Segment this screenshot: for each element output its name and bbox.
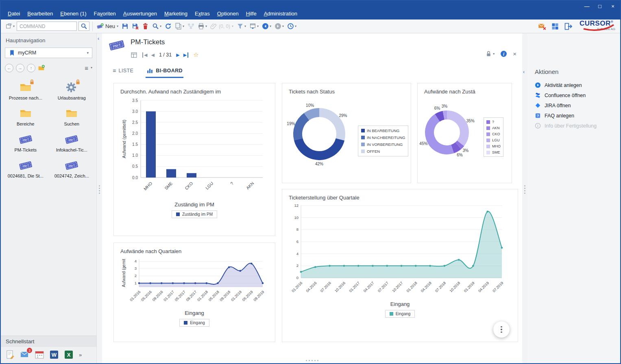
- excel-shortcut[interactable]: [63, 349, 74, 360]
- record-position: 1 / 31: [159, 52, 172, 58]
- splitter-grip[interactable]: [524, 185, 525, 194]
- menu-ebenen[interactable]: Ebenen (1): [57, 9, 90, 18]
- new-button[interactable]: Neu▾: [96, 21, 120, 32]
- left-splitter[interactable]: ‹: [97, 33, 102, 363]
- chevron-down-icon[interactable]: ▾: [270, 25, 271, 28]
- chevron-down-icon[interactable]: ▾: [160, 25, 161, 28]
- attachments-button[interactable]: (0, 0)▾: [209, 21, 235, 32]
- forward-button[interactable]: ▾: [273, 21, 285, 32]
- sidebar-tile-prozesse[interactable]: Prozesse nach...: [2, 81, 49, 100]
- svg-text:2.5: 2.5: [132, 120, 138, 125]
- copy-button[interactable]: ▾: [174, 21, 185, 32]
- nav-up-button[interactable]: ↑: [27, 64, 35, 72]
- sidebar-tile-infokachel[interactable]: Infokachel-Tic...: [49, 133, 95, 152]
- sidebar-tile-bereiche[interactable]: Bereiche: [2, 107, 49, 126]
- tab-liste[interactable]: ≡LISTE: [112, 67, 134, 78]
- delete-button[interactable]: [141, 21, 150, 32]
- previous-record-button[interactable]: ◀: [151, 52, 154, 58]
- schnellstart-header[interactable]: Schnellstart: [1, 336, 96, 347]
- close-view-icon[interactable]: ×: [513, 50, 516, 57]
- sidebar-tile-suchen[interactable]: Suchen: [49, 107, 95, 126]
- save-button[interactable]: [120, 21, 130, 32]
- more-actions-fab[interactable]: [493, 321, 510, 338]
- action-confluence-oeffnen[interactable]: Confluence öffnen: [527, 90, 620, 100]
- note-shortcut[interactable]: [5, 349, 15, 360]
- first-record-button[interactable]: ◀: [142, 52, 147, 58]
- chevron-down-icon[interactable]: ▾: [117, 25, 118, 28]
- nav-forward-button[interactable]: →: [16, 64, 24, 72]
- horizontal-splitter-grip[interactable]: [102, 358, 522, 363]
- send-mail-icon[interactable]: [538, 22, 546, 30]
- close-button[interactable]: ×: [606, 2, 619, 11]
- tab-bi-board[interactable]: BI-BOARD: [146, 67, 183, 78]
- svg-text:AKN: AKN: [245, 181, 255, 191]
- sidebar-tile-urlaubsantrag[interactable]: Urlaubsantrag: [49, 81, 95, 100]
- menu-favoriten[interactable]: Favoriten: [90, 9, 120, 18]
- back-button[interactable]: ▾: [261, 21, 272, 32]
- word-shortcut[interactable]: [49, 349, 59, 360]
- minimize-button[interactable]: —: [580, 2, 593, 11]
- search-edit-button[interactable]: ▾: [151, 21, 163, 32]
- sidebar-tile-0024681[interactable]: 0024681, Die St...: [2, 159, 49, 178]
- mail-shortcut[interactable]: 3: [20, 349, 30, 360]
- svg-text:12: 12: [294, 203, 299, 208]
- confluence-icon: [535, 92, 541, 98]
- collapse-left-icon[interactable]: ‹: [98, 36, 99, 41]
- svg-text:1.5: 1.5: [132, 142, 138, 147]
- x-axis-title: Zuständig im PM: [120, 202, 268, 208]
- right-splitter[interactable]: ‹: [522, 33, 527, 363]
- calendar-shortcut[interactable]: [34, 349, 45, 360]
- info-icon[interactable]: [500, 50, 507, 57]
- discard-button[interactable]: [131, 21, 140, 32]
- menu-administration[interactable]: Administration: [260, 9, 301, 18]
- maximize-button[interactable]: □: [593, 2, 606, 11]
- menu-marketing[interactable]: Marketing: [161, 9, 191, 18]
- chevron-down-icon[interactable]: ▾: [205, 25, 207, 28]
- favorite-star-icon[interactable]: ☆: [193, 51, 198, 58]
- filter-button[interactable]: ▾: [235, 21, 247, 32]
- open-window-button[interactable]: ▾: [248, 21, 260, 32]
- chevron-down-icon[interactable]: ▾: [87, 51, 89, 55]
- logout-icon[interactable]: [564, 22, 572, 30]
- window-select-button[interactable]: ▾: [4, 21, 16, 32]
- menu-bearbeiten[interactable]: Bearbeiten: [24, 9, 57, 18]
- chevron-down-icon[interactable]: ▾: [183, 25, 184, 28]
- chevron-down-icon[interactable]: ▾: [232, 25, 233, 28]
- last-record-button[interactable]: ▶: [183, 52, 188, 58]
- sidebar-tile-0024742[interactable]: 0024742, Zeich...: [49, 159, 95, 178]
- chevron-down-icon[interactable]: ▾: [13, 25, 15, 28]
- chevron-down-icon[interactable]: ▾: [257, 25, 259, 28]
- menu-hilfe[interactable]: Hilfe: [242, 9, 260, 18]
- hierarchy-button[interactable]: [186, 21, 196, 32]
- sidebar-menu-button[interactable]: ≡: [85, 65, 88, 72]
- collapse-actions-icon[interactable]: ‹: [523, 69, 525, 75]
- dashboard-grid-icon[interactable]: [551, 22, 559, 30]
- history-button[interactable]: ▾: [286, 21, 298, 32]
- sidebar-tile-pm-tickets[interactable]: PM-Tickets: [2, 133, 49, 152]
- command-input[interactable]: [17, 22, 77, 31]
- menu-datei[interactable]: Datei: [4, 9, 24, 18]
- new-folder-icon[interactable]: [38, 65, 45, 72]
- splitter-grip[interactable]: [99, 185, 100, 194]
- chevron-down-icon[interactable]: ▾: [282, 25, 284, 28]
- menu-extras[interactable]: Extras: [191, 9, 214, 18]
- more-icon[interactable]: »: [79, 352, 82, 358]
- menu-auswertungen[interactable]: Auswertungen: [120, 9, 161, 18]
- refresh-button[interactable]: [163, 21, 173, 32]
- board-icon[interactable]: [131, 52, 137, 58]
- lock-button[interactable]: ▾: [485, 50, 495, 57]
- next-record-button[interactable]: ▶: [176, 52, 179, 58]
- action-aktivitaet-anlegen[interactable]: Aktivität anlegen: [527, 80, 620, 90]
- action-jira-oeffnen[interactable]: JIRA öffnen: [527, 100, 620, 110]
- print-button[interactable]: ▾: [196, 21, 208, 32]
- menu-optionen[interactable]: Optionen: [214, 9, 242, 18]
- command-search-button[interactable]: [78, 22, 89, 31]
- chevron-down-icon[interactable]: ▾: [295, 25, 296, 28]
- action-faq-anlegen[interactable]: FAQ anlegen: [527, 110, 620, 121]
- workspace-select[interactable]: myCRM ▾: [5, 48, 92, 58]
- chart-legend: Zuständig im PM: [120, 210, 268, 218]
- chevron-down-icon[interactable]: ▾: [493, 52, 495, 56]
- nav-back-button[interactable]: ←: [5, 64, 13, 72]
- chevron-down-icon[interactable]: ▾: [244, 25, 246, 28]
- chevron-down-icon[interactable]: ▾: [91, 66, 92, 69]
